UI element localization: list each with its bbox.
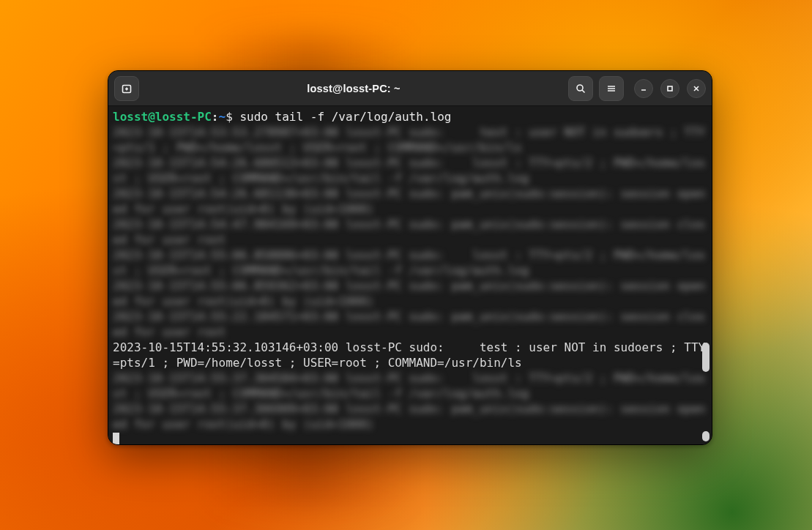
- hamburger-icon: [606, 83, 617, 94]
- search-icon: [575, 83, 586, 94]
- svg-point-1: [577, 85, 583, 91]
- log-output-blurred-bottom: 2023-10-15T14:55:37.304584+03:00 losst-P…: [113, 371, 705, 431]
- minimize-button[interactable]: [634, 79, 653, 98]
- command-text: sudo tail -f /var/log/auth.log: [239, 110, 451, 124]
- window-title: losst@losst-PC: ~: [145, 83, 562, 94]
- terminal-cursor: [113, 433, 119, 444]
- close-button[interactable]: [687, 79, 706, 98]
- prompt-colon: :: [212, 110, 219, 124]
- svg-rect-2: [668, 86, 672, 91]
- maximize-icon: [666, 84, 674, 93]
- menu-button[interactable]: [599, 76, 624, 101]
- prompt-sigil: $: [226, 110, 233, 124]
- window-controls: [634, 79, 706, 98]
- scrollbar[interactable]: [701, 106, 710, 444]
- minimize-icon: [639, 84, 648, 93]
- new-tab-icon: [121, 83, 133, 94]
- scroll-thumb[interactable]: [702, 343, 709, 372]
- prompt-cwd: ~: [219, 110, 226, 124]
- scroll-bottom-marker[interactable]: [702, 431, 709, 441]
- close-icon: [692, 84, 701, 93]
- titlebar: losst@losst-PC: ~: [108, 71, 712, 106]
- terminal-body[interactable]: losst@losst-PC:~$ sudo tail -f /var/log/…: [108, 106, 712, 444]
- log-output-highlighted: 2023-10-15T14:55:32.103146+03:00 losst-P…: [113, 340, 705, 370]
- maximize-button[interactable]: [660, 79, 679, 98]
- prompt-user-host: losst@losst-PC: [113, 110, 212, 124]
- log-output-blurred-top: 2023-10-15T14:53:53.278987+03:00 losst-P…: [113, 125, 705, 339]
- terminal-window: losst@losst-PC: ~: [108, 70, 712, 445]
- new-tab-button[interactable]: [114, 76, 139, 101]
- search-button[interactable]: [568, 76, 593, 101]
